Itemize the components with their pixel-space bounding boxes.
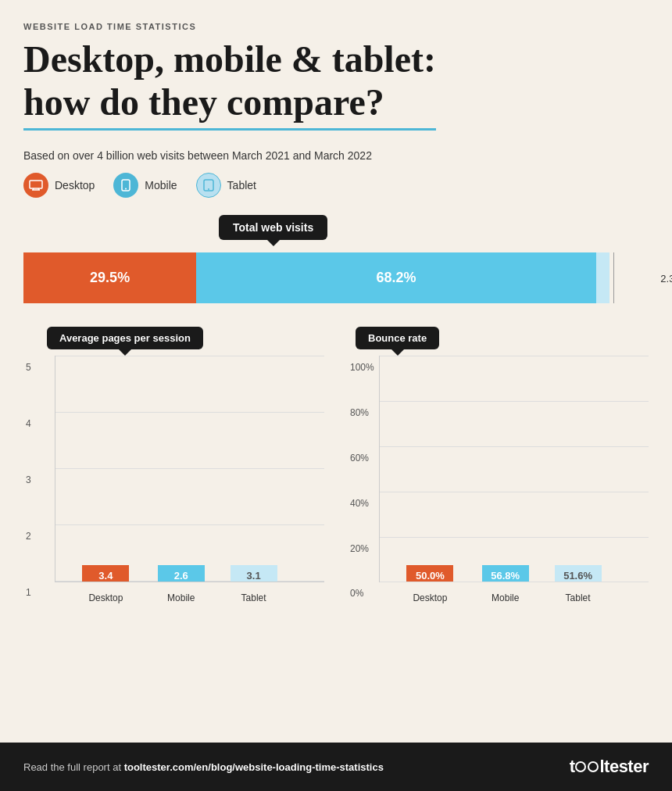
pages-bar-mobile: 2.6 Mobile (158, 565, 205, 582)
legend-label-desktop: Desktop (55, 179, 95, 191)
main-content: WEBSITE LOAD TIME STATISTICS Desktop, mo… (0, 0, 672, 614)
total-visits-section: Total web visits 29.5% 68.2% 2.3% (23, 215, 649, 303)
pages-chart-section: Average pages per session 5 4 3 2 (23, 327, 324, 614)
bounce-tooltip: Bounce rate (356, 327, 439, 349)
grid-line-2: 2 (55, 524, 324, 525)
charts-row: Average pages per session 5 4 3 2 (23, 327, 649, 614)
page-description: Based on over 4 billion web visits betwe… (23, 149, 649, 162)
bounce-grid-60: 60% (380, 446, 649, 447)
bounce-bar-mobile: 56.8% Mobile (482, 565, 529, 582)
bar-desktop: 29.5% (23, 252, 196, 303)
mobile-icon (113, 173, 138, 198)
bar-right-line (613, 252, 614, 303)
tablet-pct-label: 2.3% (660, 272, 672, 284)
page-subtitle: WEBSITE LOAD TIME STATISTICS (23, 22, 649, 31)
bounce-bar-tablet: 51.6% Tablet (555, 565, 602, 582)
bounce-grid-100: 100% (380, 356, 649, 356)
bar-mobile: 68.2% (196, 252, 595, 303)
desktop-icon (23, 173, 48, 198)
grid-line-4: 4 (55, 412, 324, 413)
total-visits-tooltip: Total web visits (219, 215, 327, 240)
legend-item-mobile: Mobile (113, 173, 177, 198)
logo-o1 (575, 761, 586, 772)
bar-tablet (596, 252, 609, 303)
legend-item-tablet: Tablet (196, 173, 256, 198)
bounce-bar-desktop: 50.0% Desktop (406, 565, 453, 582)
legend-label-mobile: Mobile (145, 179, 177, 191)
pages-tooltip: Average pages per session (47, 327, 203, 349)
legend-label-tablet: Tablet (227, 179, 256, 191)
bounce-grid-80: 80% (380, 401, 649, 402)
pages-bar-desktop: 3.4 Desktop (82, 565, 129, 582)
bounce-grid-0: 0% (380, 582, 649, 582)
legend-item-desktop: Desktop (23, 173, 95, 198)
bounce-chart-inner: 100% 80% 60% 40% 20% 0% (379, 356, 649, 582)
logo-o2 (588, 761, 599, 772)
grid-line-3: 3 (55, 468, 324, 469)
bounce-grid-20: 20% (380, 537, 649, 538)
tablet-icon (196, 173, 221, 198)
svg-point-7 (208, 188, 209, 190)
legend: Desktop Mobile Tablet (23, 173, 649, 198)
svg-point-5 (125, 188, 127, 190)
svg-rect-0 (30, 181, 42, 188)
footer: Read the full report at tooltester.com/e… (0, 743, 672, 791)
grid-line-5: 5 (55, 356, 324, 356)
footer-logo: tltester (570, 757, 649, 777)
bounce-grid-40: 40% (380, 492, 649, 492)
pages-chart-area: 5 4 3 2 1 (23, 356, 324, 614)
total-visits-bar: 29.5% 68.2% (23, 252, 609, 303)
pages-bar-tablet: 3.1 Tablet (231, 565, 277, 582)
bounce-chart-area: 100% 80% 60% 40% 20% 0% (348, 356, 649, 614)
bounce-chart-section: Bounce rate 100% 80% 60% 40% (348, 327, 649, 614)
page-title: Desktop, mobile & tablet:how do they com… (23, 38, 436, 131)
pages-chart-inner: 5 4 3 2 1 (55, 356, 324, 582)
footer-text: Read the full report at tooltester.com/e… (23, 761, 384, 773)
footer-link[interactable]: tooltester.com/en/blog/website-loading-t… (124, 761, 384, 773)
